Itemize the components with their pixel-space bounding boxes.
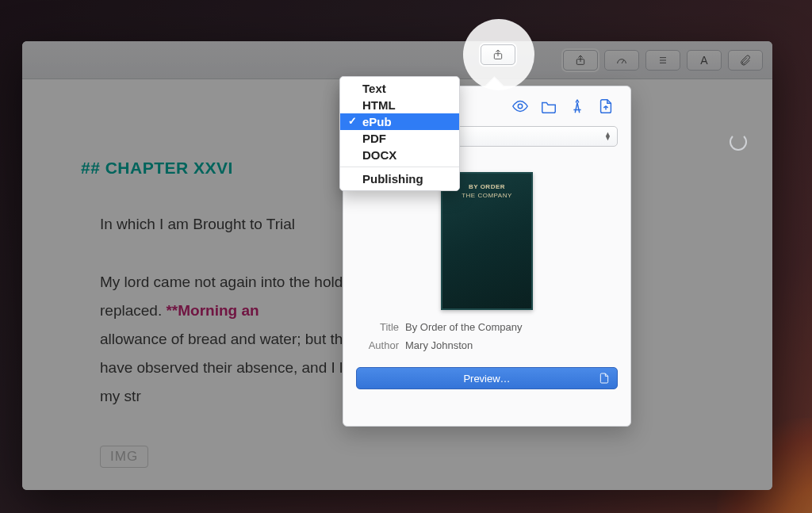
- loading-spinner: [730, 133, 747, 151]
- author-label: Author: [356, 339, 405, 351]
- preview-button[interactable]: Preview…: [356, 367, 618, 389]
- window-titlebar: A: [22, 41, 772, 79]
- metadata-grid: Title By Order of the Company Author Mar…: [356, 321, 618, 351]
- chevron-up-down-icon: ▲▼: [604, 132, 611, 141]
- author-value[interactable]: Mary Johnston: [405, 339, 618, 351]
- image-placeholder-badge[interactable]: IMG: [100, 446, 148, 468]
- title-label: Title: [356, 321, 405, 333]
- outline-button[interactable]: [645, 50, 680, 71]
- folder-icon[interactable]: [540, 98, 557, 115]
- book-cover[interactable]: BY ORDER THE COMPANY: [441, 172, 533, 310]
- preview-button-label: Preview…: [463, 373, 510, 385]
- cover-line-2: THE COMPANY: [462, 192, 512, 199]
- body-text-bold: **Morning an: [166, 302, 259, 319]
- document-icon: [598, 372, 611, 385]
- share-button-original[interactable]: [563, 50, 598, 71]
- svg-point-1: [518, 104, 523, 109]
- menu-separator: [340, 167, 459, 167]
- attachment-button[interactable]: [728, 50, 763, 71]
- menu-item-html[interactable]: HTML: [340, 97, 459, 113]
- file-export-icon[interactable]: [597, 98, 615, 115]
- gauge-button[interactable]: [604, 50, 639, 71]
- cover-preview-area: BY ORDER THE COMPANY: [356, 172, 618, 310]
- eye-icon[interactable]: [511, 98, 529, 115]
- export-format-menu: Text HTML ePub PDF DOCX Publishing: [339, 76, 460, 191]
- menu-item-pdf[interactable]: PDF: [340, 130, 459, 147]
- title-value[interactable]: By Order of the Company: [405, 321, 618, 333]
- text-format-icon: A: [700, 54, 707, 67]
- menu-item-text[interactable]: Text: [340, 80, 459, 97]
- menu-item-epub[interactable]: ePub: [340, 113, 459, 130]
- menu-item-docx[interactable]: DOCX: [340, 147, 459, 163]
- app-store-icon[interactable]: [569, 98, 586, 115]
- share-button[interactable]: [481, 44, 515, 65]
- cover-line-1: BY ORDER: [469, 183, 505, 190]
- menu-item-publishing[interactable]: Publishing: [340, 170, 459, 187]
- text-format-button[interactable]: A: [687, 50, 722, 71]
